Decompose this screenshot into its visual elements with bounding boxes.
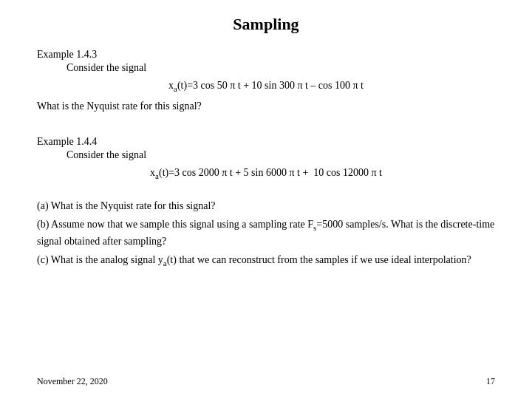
example2-consider: Consider the signal [66,149,495,161]
example2-question-c: (c) What is the analog signal ya(t) that… [37,252,495,269]
page-title: Sampling [37,15,495,34]
footer-date: November 22, 2020 [37,376,108,387]
example2-eq-text: xa(t)=3 cos 2000 π t + 5 sin 6000 π t + … [150,167,382,178]
example-2-section: Example 1.4.4 Consider the signal xa(t)=… [37,136,495,188]
example2-equation: xa(t)=3 cos 2000 π t + 5 sin 6000 π t + … [37,167,495,180]
footer-page-number: 17 [486,376,495,387]
example1-eq-text: xa(t)=3 cos 50 π t + 10 sin 300 π t – co… [168,80,364,91]
example2-question-b: (b) Assume now that we sample this signa… [37,216,495,249]
example-1-section: Example 1.4.3 Consider the signal xa(t)=… [37,49,495,126]
example2-question-a: (a) What is the Nyquist rate for this si… [37,198,495,214]
footer: November 22, 2020 17 [37,376,495,387]
example1-question: What is the Nyquist rate for this signal… [37,100,495,112]
example1-label: Example 1.4.3 [37,49,495,61]
example2-questions: (a) What is the Nyquist rate for this si… [37,198,495,273]
example1-equation: xa(t)=3 cos 50 π t + 10 sin 300 π t – co… [37,80,495,93]
page: Sampling Example 1.4.3 Consider the sign… [0,0,532,399]
example2-label: Example 1.4.4 [37,136,495,148]
example1-consider: Consider the signal [66,62,495,74]
